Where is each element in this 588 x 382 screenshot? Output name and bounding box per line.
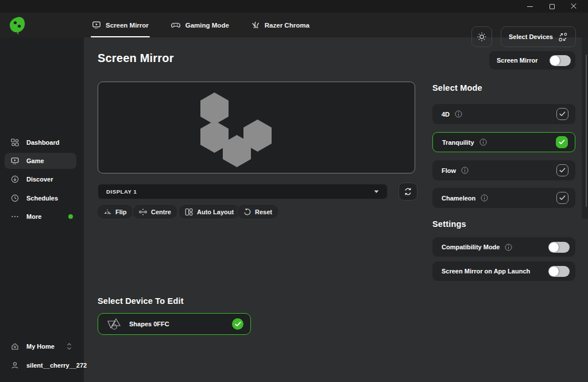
maximize-icon	[550, 4, 555, 9]
shapes-device-icon	[106, 317, 122, 332]
discover-icon	[11, 175, 19, 183]
sidebar: Dashboard Game Discover Schedules	[0, 37, 84, 382]
setting-compatibility-mode: Compatibility Mode	[432, 237, 575, 257]
notification-dot	[68, 214, 73, 219]
close-button[interactable]	[563, 0, 585, 13]
display-dropdown-value: DISPLAY 1	[106, 188, 137, 195]
screen-mirror-toggle[interactable]	[550, 55, 571, 66]
tab-label: Gaming Mode	[185, 22, 229, 29]
sidebar-item-schedules[interactable]: Schedules	[5, 190, 76, 206]
centre-button[interactable]: Centre	[132, 204, 178, 219]
toggle-knob	[549, 242, 559, 252]
tab-razer-chroma[interactable]: Razer Chroma	[250, 13, 311, 37]
reset-button[interactable]: Reset	[237, 204, 279, 219]
mode-checkbox[interactable]	[556, 164, 568, 176]
chevron-down-icon	[374, 190, 379, 194]
select-devices-button[interactable]: Select Devices	[501, 26, 576, 47]
game-icon	[11, 157, 19, 165]
sidebar-user[interactable]: silent__cherry__272	[5, 357, 76, 373]
home-label: My Home	[26, 343, 55, 350]
device-name: Shapes 0FFC	[129, 321, 169, 327]
mode-checkbox[interactable]	[556, 108, 568, 120]
nanoleaf-logo-icon[interactable]	[7, 15, 28, 36]
scrollbar-thumb[interactable]	[586, 55, 587, 207]
mode-card-4d[interactable]: 4D	[432, 104, 575, 124]
screen-mirror-icon	[92, 21, 101, 30]
scrollbar-track[interactable]	[582, 37, 588, 219]
sidebar-item-discover[interactable]: Discover	[5, 171, 76, 187]
mode-card-tranquility[interactable]: Tranquility	[432, 132, 575, 152]
device-card-shapes[interactable]: Shapes 0FFC	[98, 313, 251, 335]
info-icon[interactable]	[505, 244, 512, 251]
flip-button[interactable]: Flip	[96, 204, 134, 219]
select-devices-label: Select Devices	[509, 33, 553, 40]
mode-label: Tranquility	[442, 139, 474, 146]
header-actions: Select Devices	[471, 26, 576, 47]
window-controls	[519, 0, 585, 13]
reset-label: Reset	[255, 209, 272, 215]
mode-label: Chameleon	[442, 195, 475, 202]
flip-icon	[103, 209, 111, 215]
auto-layout-icon	[185, 208, 193, 216]
hexagon-panel[interactable]	[200, 92, 229, 125]
display-dropdown[interactable]: DISPLAY 1	[98, 184, 388, 199]
sidebar-item-label: More	[26, 213, 41, 220]
mode-card-chameleon[interactable]: Chameleon	[432, 188, 575, 208]
flip-label: Flip	[115, 209, 127, 215]
centre-label: Centre	[151, 209, 171, 215]
info-icon[interactable]	[461, 167, 469, 174]
dashboard-icon	[11, 138, 19, 146]
setting-label: Screen Mirror on App Launch	[442, 268, 530, 275]
page-title: Screen Mirror	[98, 52, 174, 65]
reset-icon	[243, 208, 251, 215]
layout-preview-panel[interactable]	[98, 82, 415, 173]
info-icon[interactable]	[479, 138, 487, 146]
close-icon	[571, 3, 577, 9]
device-transfer-icon	[558, 32, 568, 42]
auto-layout-button[interactable]: Auto Layout	[178, 204, 241, 219]
tab-label: Razer Chroma	[265, 22, 310, 29]
info-icon[interactable]	[455, 110, 462, 118]
user-icon	[11, 361, 19, 369]
sidebar-item-label: Dashboard	[26, 139, 59, 146]
toggle-knob	[549, 267, 559, 276]
select-mode-title: Select Mode	[432, 83, 482, 92]
minimize-button[interactable]	[519, 0, 541, 13]
mode-label: 4D	[442, 111, 450, 118]
refresh-displays-button[interactable]	[399, 183, 417, 200]
device-section-title: Select Device To Edit	[98, 296, 184, 306]
header-tabs: Screen Mirror Gaming Mode R	[91, 13, 311, 37]
sidebar-item-more[interactable]: More	[5, 209, 76, 225]
razer-chroma-icon	[251, 21, 260, 30]
brightness-button[interactable]	[471, 26, 492, 47]
window-titlebar	[0, 0, 588, 13]
screen-mirror-toggle-label: Screen Mirror	[497, 57, 538, 64]
username-label: silent__cherry__272	[26, 362, 87, 369]
sidebar-home-selector[interactable]: My Home	[5, 338, 76, 354]
tab-label: Screen Mirror	[106, 22, 149, 29]
info-icon[interactable]	[481, 194, 488, 202]
mode-checkbox[interactable]	[556, 136, 568, 148]
tab-gaming-mode[interactable]: Gaming Mode	[169, 13, 230, 37]
screen-mirror-toggle-card: Screen Mirror	[489, 51, 575, 70]
sidebar-item-dashboard[interactable]: Dashboard	[5, 134, 76, 151]
gamepad-icon	[171, 21, 181, 29]
sidebar-item-label: Game	[26, 157, 44, 164]
setting-label: Compatibility Mode	[442, 244, 500, 250]
mode-checkbox[interactable]	[556, 192, 568, 204]
mode-label: Flow	[442, 167, 456, 174]
settings-title: Settings	[432, 219, 466, 229]
mirror-on-launch-toggle[interactable]	[548, 266, 570, 277]
auto-layout-label: Auto Layout	[197, 209, 234, 215]
chevron-up-down-icon	[67, 343, 72, 350]
tab-screen-mirror[interactable]: Screen Mirror	[91, 13, 150, 37]
device-selected-check-icon[interactable]	[232, 318, 243, 330]
sidebar-item-game[interactable]: Game	[5, 153, 76, 169]
mode-card-flow[interactable]: Flow	[432, 160, 575, 180]
centre-icon	[139, 209, 147, 215]
setting-mirror-on-launch: Screen Mirror on App Launch	[432, 261, 575, 281]
compatibility-mode-toggle[interactable]	[548, 242, 570, 253]
toggle-knob	[550, 56, 560, 65]
minimize-icon	[527, 6, 533, 7]
maximize-button[interactable]	[541, 0, 563, 13]
